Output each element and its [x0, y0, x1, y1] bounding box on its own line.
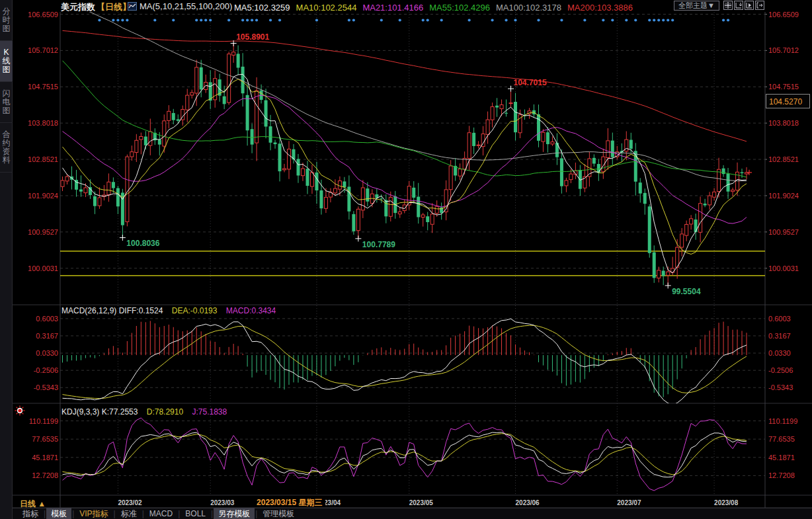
ma-value-5: MA200:103.3886: [567, 3, 633, 13]
zoom-in-axis-button[interactable]: [734, 1, 743, 10]
macd-bar-value: MACD:0.3434: [226, 306, 276, 315]
kdj-tick-left: 12.7208: [32, 471, 58, 479]
time-axis: 2023/022023/032023/042023/052023/062023/…: [118, 497, 738, 507]
price-tick-right: 104.7515: [768, 83, 799, 91]
kline-chart-canvas[interactable]: 106.6509106.6509105.7012105.7012104.7515…: [13, 0, 812, 519]
price-tick-left: 102.8521: [28, 155, 58, 163]
price-tick-right: 103.8018: [768, 119, 799, 127]
chart-stage: 106.6509106.6509105.7012105.7012104.7515…: [13, 0, 812, 519]
price-tick-right: 100.9527: [768, 228, 799, 236]
candles-layer: [61, 2, 749, 286]
month-label: 2023/05: [409, 499, 434, 506]
price-tick-left: 105.7012: [28, 46, 58, 54]
ma-value-4: MA100:102.3178: [496, 3, 561, 13]
macd-tick-right: 0.0330: [768, 349, 791, 357]
month-label: 2023/03: [210, 499, 235, 506]
tab-separator: |: [44, 509, 46, 518]
zoom-in-axis-icon: [735, 2, 742, 9]
macd-main-value: MACD(26,12,9) DIFF:0.1524: [61, 306, 163, 315]
footer-tab-MACD[interactable]: MACD: [145, 508, 177, 519]
price-tick-right: 100.0031: [768, 264, 799, 272]
macd-tick-left: 0.0330: [36, 349, 58, 357]
last-price-marker: [747, 170, 752, 175]
event-dots: [98, 19, 729, 21]
macd-tick-left: -0.2506: [34, 366, 58, 374]
macd-tick-left: 0.3167: [36, 332, 58, 340]
theme-dropdown-button[interactable]: 全部主题▼: [674, 1, 719, 11]
kdj-tick-left: 77.6535: [32, 435, 58, 443]
price-tick-left: 101.9024: [28, 192, 58, 200]
macd-tick-right: 0.3167: [768, 332, 791, 340]
footer-tab-指标[interactable]: 指标: [18, 508, 43, 519]
macd-tick-right: -0.2506: [768, 366, 793, 374]
kdj-d-value: D:78.2910: [147, 407, 183, 417]
kdj-header: KDJ(9,3,3) K:77.2553 D:78.2910 J:75.1838: [61, 407, 233, 417]
month-label: 2023/08: [714, 499, 739, 506]
footer-tab-标准[interactable]: 标准: [116, 508, 142, 519]
footer-tab-另存模板[interactable]: 另存模板: [214, 508, 255, 519]
tab-separator: |: [255, 509, 257, 518]
high-annotation: 105.8901: [236, 32, 269, 42]
ma-value-0: MA5:102.3259: [234, 3, 290, 13]
price-tick-left: 104.7515: [28, 83, 58, 91]
kdj-k-value: KDJ(9,3,3) K:77.2553: [61, 407, 138, 417]
high-annotation: 104.7015: [514, 78, 547, 87]
low-annotation: 100.8036: [126, 239, 159, 248]
sidebar-tab-1[interactable]: K线图: [0, 41, 13, 82]
footer-tab-模板[interactable]: 模板: [46, 508, 71, 519]
zoom-out-axis-button[interactable]: [745, 1, 754, 10]
kdj-j-value: J:75.1838: [192, 407, 227, 417]
month-label: 2023/07: [617, 499, 641, 506]
footer-tab-VIP指标[interactable]: VIP指标: [75, 508, 112, 519]
ma-value-1: MA10:102.2544: [296, 3, 357, 13]
footer-tab-BOLL[interactable]: BOLL: [181, 508, 210, 519]
price-tick-right: 101.9024: [768, 192, 799, 200]
price-tick-left: 100.0031: [28, 264, 58, 272]
tab-separator: |: [178, 509, 180, 518]
left-sidebar: 分时图K线图闪电图合约资料: [0, 0, 13, 519]
macd-dea-value: DEA:-0.0193: [172, 306, 218, 315]
symbol-title: 美元指数: [61, 1, 95, 13]
kdj-tick-right: 110.1199: [768, 417, 797, 425]
sidebar-tab-0[interactable]: 分时图: [0, 0, 13, 41]
pop-out-icon: [756, 2, 763, 9]
bottom-tabbar: 指标|模板|VIP指标|标准|MACD|BOLL|另存模板|管理模板: [13, 508, 812, 519]
extreme-annotations: 105.8901104.7015100.8036100.778999.5504: [120, 32, 701, 296]
macd-tick-right: -0.5343: [768, 383, 793, 391]
kdj-tick-right: 12.7208: [768, 471, 795, 479]
price-tick-right: 102.8521: [768, 155, 799, 163]
month-label: 2023/06: [516, 499, 540, 506]
top-right-controls: 全部主题▼: [674, 1, 764, 11]
sidebar-tab-2[interactable]: 闪电图: [0, 82, 13, 123]
price-tick-left: 100.9527: [28, 228, 58, 236]
macd-layer: [63, 319, 747, 405]
tab-separator: |: [211, 509, 213, 518]
period-title: 【日线】: [97, 1, 131, 13]
kline-icon: [128, 2, 137, 11]
sidebar-tab-3[interactable]: 合约资料: [0, 123, 13, 173]
gridlines: [60, 15, 765, 476]
tab-separator: |: [114, 509, 116, 518]
kdj-layer: [63, 418, 747, 491]
month-label: 2023/02: [118, 499, 142, 506]
ma-values: MA5:102.3259MA10:102.2544MA21:101.4166MA…: [234, 1, 639, 13]
low-annotation: 100.7789: [362, 240, 395, 249]
price-tick-right: 105.7012: [768, 46, 799, 54]
kdj-tick-left: 110.1199: [29, 417, 58, 425]
crosshair-tool-button[interactable]: [723, 1, 733, 10]
crosshair-date-label: 2023/03/15 星期三: [257, 498, 322, 507]
tab-separator: |: [142, 509, 144, 518]
kdj-tick-right: 77.6535: [768, 435, 795, 443]
price-tick-left: 103.8018: [28, 119, 58, 127]
alarm-sun-icon[interactable]: [15, 405, 25, 416]
crosshair-tool-icon: [725, 2, 731, 9]
macd-header: MACD(26,12,9) DIFF:0.1524 DEA:-0.0193 MA…: [61, 306, 282, 315]
trading-terminal: 分时图K线图闪电图合约资料 106.6509106.6509105.701210…: [0, 0, 812, 519]
macd-tick-right: 0.6003: [768, 315, 791, 323]
macd-tick-left: -0.5343: [34, 383, 58, 391]
pop-out-button[interactable]: [755, 1, 764, 10]
macd-tick-left: 0.6003: [36, 315, 58, 323]
footer-tab-管理模板[interactable]: 管理模板: [258, 508, 299, 519]
ma-value-2: MA21:101.4166: [362, 3, 423, 13]
ma-value-3: MA55:102.4296: [429, 3, 490, 13]
